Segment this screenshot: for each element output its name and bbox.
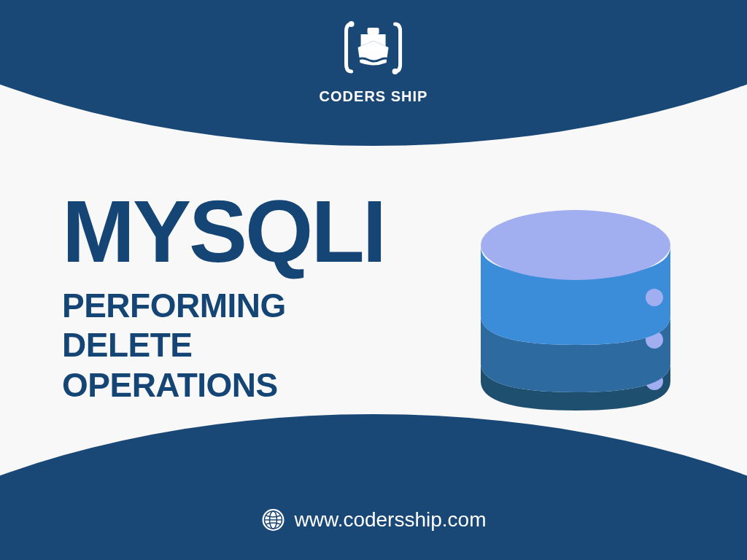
svg-point-5 bbox=[646, 289, 663, 306]
svg-rect-2 bbox=[368, 28, 379, 34]
svg-point-6 bbox=[481, 210, 670, 280]
main-content: MYSQLI PERFORMING DELETE OPERATIONS bbox=[62, 190, 384, 405]
globe-icon bbox=[261, 508, 286, 532]
subtitle-line: PERFORMING bbox=[62, 286, 384, 325]
subtitle-line: OPERATIONS bbox=[62, 365, 384, 405]
website-url: www.codersship.com bbox=[295, 508, 487, 532]
svg-point-1 bbox=[392, 69, 398, 74]
page-subtitle: PERFORMING DELETE OPERATIONS bbox=[62, 286, 384, 405]
subtitle-line: DELETE bbox=[62, 325, 384, 365]
brand-name: CODERS SHIP bbox=[320, 88, 428, 105]
svg-point-0 bbox=[349, 21, 355, 27]
page-title: MYSQLI bbox=[62, 190, 384, 273]
bottom-arc-decoration bbox=[0, 414, 747, 560]
footer-link[interactable]: www.codersship.com bbox=[261, 508, 487, 532]
brand-logo-block: CODERS SHIP bbox=[320, 13, 428, 105]
ship-logo-icon bbox=[341, 13, 406, 85]
database-icon bbox=[466, 195, 685, 424]
